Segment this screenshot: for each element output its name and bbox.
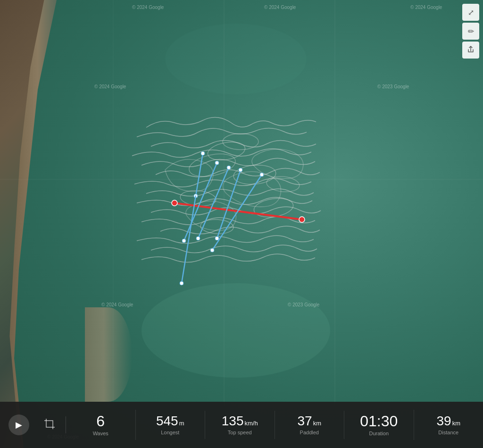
crop-icon xyxy=(44,419,55,431)
duration-value: 01:30 xyxy=(360,414,398,429)
play-button[interactable]: ▶ xyxy=(8,414,29,435)
longest-label: Longest xyxy=(161,430,179,435)
longest-value: 545m xyxy=(156,414,184,428)
map-background xyxy=(0,0,483,448)
expand-button[interactable]: ⤢ xyxy=(462,4,479,21)
stat-waves: 6 Waves xyxy=(66,410,136,440)
paddled-value: 37km xyxy=(298,414,322,428)
expand-icon: ⤢ xyxy=(468,8,474,17)
paddled-unit: km xyxy=(313,420,321,426)
map-container[interactable]: © 2024 Google © 2024 Google © 2024 Googl… xyxy=(0,0,483,448)
top-speed-label: Top speed xyxy=(228,430,252,435)
crop-section xyxy=(38,416,66,433)
stat-top-speed: 135km/h Top speed xyxy=(205,411,275,439)
paddled-label: Paddled xyxy=(300,430,319,435)
distance-value: 39km xyxy=(437,414,461,428)
play-section: ▶ xyxy=(0,414,38,435)
distance-unit: km xyxy=(452,420,460,426)
top-speed-value: 135km/h xyxy=(222,414,258,428)
distance-label: Distance xyxy=(438,430,458,435)
svg-rect-32 xyxy=(46,421,53,427)
longest-unit: m xyxy=(179,420,184,426)
waves-value: 6 xyxy=(96,414,105,429)
stat-duration: 01:30 Duration xyxy=(344,410,414,440)
waves-label: Waves xyxy=(93,431,108,436)
crop-button[interactable] xyxy=(41,416,58,433)
edit-button[interactable]: ✏ xyxy=(462,23,479,40)
stat-paddled: 37km Paddled xyxy=(275,411,345,439)
right-toolbar: ⤢ ✏ xyxy=(462,4,479,59)
stat-distance: 39km Distance xyxy=(414,411,483,439)
edit-icon: ✏ xyxy=(468,27,474,36)
duration-label: Duration xyxy=(369,431,389,436)
stat-longest: 545m Longest xyxy=(136,411,206,439)
stats-bar: ▶ 6 Waves xyxy=(0,402,483,448)
top-speed-unit: km/h xyxy=(245,420,258,426)
share-icon xyxy=(467,46,475,55)
sandy-area xyxy=(85,307,132,402)
play-icon: ▶ xyxy=(16,420,22,430)
share-button[interactable] xyxy=(462,42,479,59)
